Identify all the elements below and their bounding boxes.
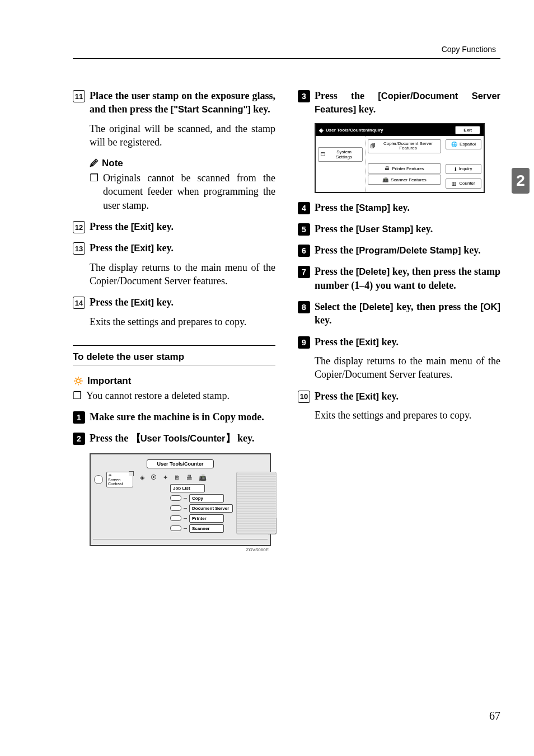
step-13-text-a: Press the: [90, 242, 131, 253]
step-10-text-b: key.: [379, 391, 399, 402]
section-title: To delete the user stamp: [73, 351, 275, 363]
step-5: 5 Press the [User Stamp] key.: [298, 222, 500, 236]
led-icon: [170, 495, 181, 501]
step-number-2: 2: [73, 433, 85, 445]
led-icon: [170, 505, 181, 511]
panel-title-button: User Tools/Counter: [147, 459, 214, 468]
section-underline: [73, 365, 275, 365]
step-number-9: 9: [298, 336, 310, 349]
step-1-text: Make sure the machine is in Copy mode.: [90, 411, 264, 422]
step-14-text-a: Press the: [90, 297, 131, 308]
settings-icon: 🗔: [321, 152, 326, 157]
step-6-text-a: Press the: [315, 245, 356, 256]
step-13-key: [Exit]: [131, 243, 154, 253]
note-label: Note: [102, 158, 123, 169]
step-2-text-a: Press the: [90, 433, 131, 444]
step-number-4: 4: [298, 202, 310, 214]
page-number: 67: [489, 710, 500, 722]
gear-icon: 🔅: [73, 375, 84, 386]
contrast-dial-icon: [94, 475, 103, 484]
step-2: 2 Press the 【User Tools/Counter】 key.: [73, 431, 275, 445]
scanner-icon: 📠: [382, 177, 388, 182]
step-7: 7 Press the [Delete] key, then press the…: [298, 265, 500, 292]
screen-copier-features-button: 🗐 Copier/Document Server Features: [368, 139, 441, 154]
screen-scanner-features-button: 📠 Scanner Features: [368, 175, 441, 185]
step-3: 3 Press the [Copier/Document Server Feat…: [298, 89, 500, 116]
panel-printer-button: Printer: [189, 514, 224, 523]
panel-docserver-button: Document Server: [189, 504, 233, 513]
step-2-key: User Tools/Counter: [140, 433, 226, 443]
panel-side-area: [236, 472, 277, 534]
step-number-11: 11: [73, 90, 85, 102]
step-6: 6 Press the [Program/Delete Stamp] key.: [298, 243, 500, 257]
step-4: 4 Press the [Stamp] key.: [298, 201, 500, 214]
rule-top: [73, 58, 500, 59]
step-5-text-a: Press the: [315, 223, 356, 234]
bullet-icon: ❒: [73, 389, 82, 402]
step-10-text-a: Press the: [315, 391, 356, 402]
step-4-text-b: key.: [390, 202, 410, 213]
important-item: ❒ You cannot restore a deleted stamp.: [73, 389, 275, 402]
step-12: 12 Press the [Exit] key.: [73, 220, 275, 233]
step-4-key: [Stamp]: [356, 203, 390, 213]
step-11-text-b: key.: [251, 104, 270, 115]
step-12-text-b: key.: [154, 221, 174, 232]
step-number-6: 6: [298, 245, 310, 257]
step-11-desc: The original will be scanned, and the st…: [90, 122, 275, 149]
step-9-desc: The display returns to the main menu of …: [315, 354, 500, 382]
step-8-key1: [Delete]: [359, 302, 394, 312]
diamond-icon: ◈: [319, 127, 324, 133]
step-number-1: 1: [73, 411, 85, 424]
step-14-text-b: key.: [154, 297, 174, 308]
step-13: 13 Press the [Exit] key.: [73, 241, 275, 255]
copier-icon: 🗐: [371, 143, 376, 149]
column-right: 3 Press the [Copier/Document Server Feat…: [298, 81, 500, 552]
info-icon: ℹ: [455, 166, 456, 172]
step-4-text-a: Press the: [315, 202, 356, 213]
step-10: 10 Press the [Exit] key.: [298, 389, 500, 403]
panel-status-icons: ◈ ⦿ ✦ 🗎 🖶 📠: [137, 472, 233, 481]
panel-joblist-button: Job List: [170, 484, 205, 492]
step-number-12: 12: [73, 221, 85, 233]
step-12-key: [Exit]: [131, 222, 154, 232]
step-8-text-a: Select the: [315, 301, 359, 312]
printer-icon: 🖶: [385, 166, 390, 171]
screen-title: User Tools/Counter/Inquiry: [326, 128, 383, 133]
step-10-desc: Exits the settings and prepares to copy.: [315, 408, 500, 422]
step-11: 11 Place the user stamp on the exposure …: [73, 89, 275, 116]
step-number-10: 10: [298, 391, 310, 403]
led-icon: [170, 525, 181, 531]
step-13-text-b: key.: [154, 242, 174, 253]
step-3-text-b: key.: [356, 104, 376, 115]
step-11-key: ["Start Scanning"]: [171, 104, 251, 114]
screen-printer-features-button: 🖶 Printer Features: [368, 163, 441, 173]
step-8-key2: [OK]: [480, 302, 500, 312]
step-number-13: 13: [73, 242, 85, 255]
note-item: ❒ Originals cannot be scanned from the d…: [90, 171, 275, 212]
step-number-7: 7: [298, 266, 310, 278]
screen-language-button: 🌐 Español: [446, 139, 481, 149]
important-label: Important: [87, 375, 131, 387]
step-8-text-c: key.: [315, 314, 332, 326]
step-7-key1: [Delete]: [356, 266, 390, 276]
column-left: 11 Place the user stamp on the exposure …: [73, 81, 275, 552]
note-item-text: Originals cannot be scanned from the doc…: [103, 171, 275, 212]
step-14-key: [Exit]: [131, 297, 154, 307]
step-12-text-a: Press the: [90, 221, 131, 232]
step-6-text-b: key.: [461, 245, 481, 256]
important-item-text: You cannot restore a deleted stamp.: [86, 389, 229, 402]
step-14-desc: Exits the settings and prepares to copy.: [90, 315, 275, 328]
step-number-3: 3: [298, 90, 310, 102]
step-9-text-b: key.: [379, 336, 399, 348]
figure-code: ZGVS060E: [90, 547, 269, 552]
running-head: Copy Functions: [73, 45, 500, 54]
screen-contrast-label: ☀ Screen Contrast: [106, 472, 133, 487]
step-8-text-b: key, then press the: [394, 301, 481, 312]
chapter-tab: 2: [512, 168, 530, 194]
step-2-text-b: key.: [235, 433, 255, 444]
globe-icon: 🌐: [451, 142, 457, 147]
step-1: 1 Make sure the machine is in Copy mode.: [73, 410, 275, 424]
step-8: 8 Select the [Delete] key, then press th…: [298, 300, 500, 327]
screen-exit-button: Exit: [455, 126, 480, 134]
step-9-text-a: Press the: [315, 336, 356, 348]
